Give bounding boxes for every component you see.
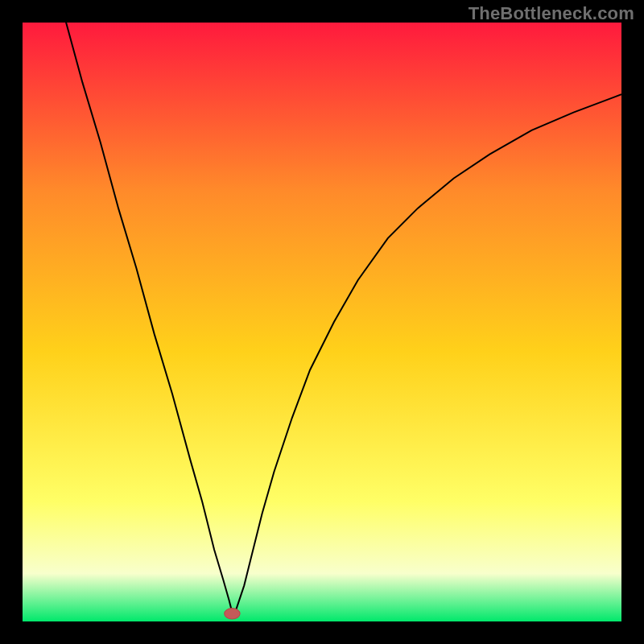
bottleneck-curve	[64, 23, 621, 613]
watermark-text: TheBottleneck.com	[469, 3, 634, 24]
chart-frame: TheBottleneck.com	[0, 0, 644, 644]
plot-area	[23, 23, 621, 621]
bottleneck-marker	[225, 609, 240, 619]
curve-layer	[23, 23, 621, 621]
